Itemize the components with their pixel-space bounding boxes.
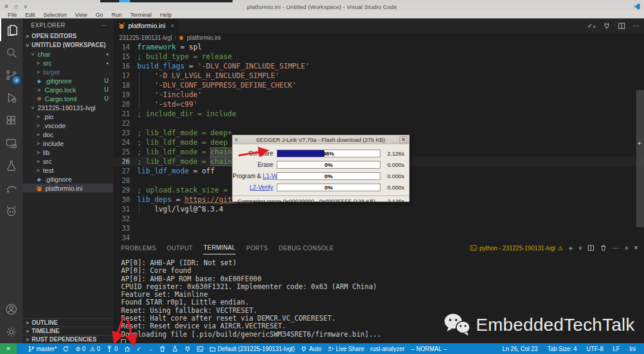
source-control-icon[interactable]: 4 bbox=[0, 64, 23, 86]
dialog-titlebar[interactable]: ∨ SEGGER J-Link V7.70a - Flash download … bbox=[233, 135, 409, 144]
panel-tab-debug-console[interactable]: DEBUG CONSOLE bbox=[278, 241, 333, 254]
serial-port-auto[interactable]: Auto bbox=[298, 343, 324, 354]
tree-item-src[interactable]: >src bbox=[23, 157, 113, 166]
vim-mode-indicator[interactable]: -- NORMAL -- bbox=[408, 343, 450, 354]
menu-help[interactable]: Help bbox=[156, 11, 176, 18]
window-minimize-icon[interactable]: ∨ bbox=[23, 4, 27, 10]
panel-tab-ports[interactable]: PORTS bbox=[246, 241, 268, 254]
tree-item--gitignore[interactable]: ◆.gitignoreU bbox=[23, 76, 113, 85]
kill-terminal-icon[interactable] bbox=[600, 244, 607, 251]
pio-terminal-button[interactable] bbox=[194, 343, 206, 354]
tree-item--vscode[interactable]: >.vscode bbox=[23, 121, 113, 130]
terminal-dropdown-icon[interactable]: ∨ bbox=[578, 245, 583, 251]
tree-item-char[interactable]: >char● bbox=[23, 49, 113, 58]
tree-item-lib[interactable]: >lib bbox=[23, 148, 113, 157]
dialog-close-icon[interactable]: ✕ bbox=[400, 136, 407, 143]
window-maximize-icon[interactable]: ◇ bbox=[14, 4, 18, 10]
section-rust-dependencies[interactable]: >RUST DEPENDENCIES bbox=[23, 335, 113, 343]
open-editors-section[interactable]: > OPEN EDITORS bbox=[23, 32, 113, 41]
menu-items: FileEditSelectionViewGoRunTerminalHelp bbox=[4, 11, 176, 18]
eol-sequence[interactable]: LF bbox=[608, 343, 625, 354]
menu-view[interactable]: View bbox=[71, 11, 91, 18]
pio-monitor-button[interactable] bbox=[181, 343, 194, 354]
git-branch-icon bbox=[28, 346, 35, 352]
menu-go[interactable]: Go bbox=[91, 11, 107, 18]
chevron-right-icon: > bbox=[36, 159, 41, 164]
problems-item[interactable]: ⊘ 0 ⚠ 0 bbox=[72, 343, 103, 354]
explorer-icon[interactable] bbox=[0, 18, 23, 41]
menu-terminal[interactable]: Terminal bbox=[126, 11, 156, 18]
encoding[interactable]: UTF-8 bbox=[581, 343, 608, 354]
pio-env-switcher[interactable]: Default (231225-190131-lvgl) bbox=[206, 343, 298, 354]
language-mode[interactable]: Ini bbox=[624, 343, 640, 354]
tree-item-231225-190131-lvgl[interactable]: >231225-190131-lvgl bbox=[23, 103, 113, 112]
tree-item--pio[interactable]: >.pio bbox=[23, 112, 113, 121]
plug-icon bbox=[184, 346, 191, 352]
git-branch-item[interactable]: master* bbox=[25, 343, 60, 354]
scrollbar-slider[interactable] bbox=[636, 90, 644, 227]
search-icon[interactable] bbox=[0, 41, 23, 64]
tree-item-src[interactable]: >src● bbox=[23, 58, 113, 67]
tree-item-test[interactable]: >test bbox=[23, 166, 113, 175]
testing-icon[interactable] bbox=[0, 154, 23, 177]
window-close-icon[interactable]: ✕ bbox=[4, 4, 9, 10]
maximize-panel-icon[interactable]: ∧ bbox=[624, 245, 628, 251]
panel-tab-problems[interactable]: PROBLEMS bbox=[121, 241, 156, 254]
account-icon[interactable] bbox=[0, 298, 23, 321]
section-outline[interactable]: >OUTLINE bbox=[23, 318, 113, 327]
breadcrumb-file[interactable]: platformio.ini bbox=[187, 35, 221, 41]
cursor-position[interactable]: Ln 26, Col 23 bbox=[497, 343, 543, 354]
menu-edit[interactable]: Edit bbox=[21, 11, 39, 18]
line-number: 24 bbox=[113, 138, 130, 147]
terminal-selector[interactable]: python - 231225-190131-lvgl ⚠ bbox=[470, 244, 563, 251]
remote-explorer-icon[interactable] bbox=[0, 132, 23, 154]
menu-file[interactable]: File bbox=[4, 11, 21, 18]
tree-item--gitignore[interactable]: ◆.gitignore bbox=[23, 175, 113, 184]
tab-platformio-ini[interactable]: platformio.ini × bbox=[113, 18, 179, 33]
close-panel-icon[interactable]: × bbox=[634, 244, 638, 252]
tree-item-cargo-lock[interactable]: ≡Cargo.lockU bbox=[23, 85, 113, 94]
dialog-link[interactable]: L2-Verify bbox=[250, 184, 273, 191]
tree-item-label: include bbox=[43, 140, 64, 147]
platformio-icon[interactable] bbox=[0, 200, 23, 222]
pio-upload-button[interactable]: → bbox=[144, 343, 156, 354]
panel-tab-output[interactable]: OUTPUT bbox=[167, 241, 193, 254]
tree-item-platformio-ini[interactable]: platformio.ini bbox=[23, 184, 113, 192]
remote-indicator[interactable]: ✕ bbox=[0, 343, 17, 354]
menu-run[interactable]: Run bbox=[107, 11, 126, 18]
pio-test-button[interactable] bbox=[169, 343, 181, 354]
tree-item-target[interactable]: >target bbox=[23, 67, 113, 76]
breadcrumb-folder[interactable]: 231225-190131-lvgl bbox=[119, 35, 172, 41]
editor-more-icon[interactable]: ⋯ bbox=[633, 22, 639, 30]
rust-analyzer-status[interactable]: rust-analyzer bbox=[367, 343, 408, 354]
settings-gear-icon[interactable] bbox=[0, 321, 23, 343]
extensions-icon[interactable] bbox=[0, 109, 23, 132]
panel-tab-terminal[interactable]: TERMINAL bbox=[203, 241, 236, 254]
menu-selection[interactable]: Selection bbox=[39, 11, 71, 18]
indentation[interactable]: Tab Size: 4 bbox=[543, 343, 581, 354]
live-share-button[interactable]: Live Share bbox=[324, 343, 367, 354]
pio-home-button[interactable] bbox=[121, 343, 134, 354]
pio-build-button[interactable]: ✓ bbox=[134, 343, 144, 354]
git-sync-item[interactable] bbox=[60, 343, 72, 354]
new-terminal-icon[interactable]: + bbox=[568, 244, 573, 253]
debug-run-icon[interactable] bbox=[603, 22, 611, 30]
explorer-more-icon[interactable]: ⋯ bbox=[101, 22, 107, 29]
split-terminal-icon[interactable] bbox=[587, 244, 595, 251]
tree-item-doc[interactable]: >doc bbox=[23, 130, 113, 139]
run-debug-icon[interactable] bbox=[0, 86, 23, 109]
split-editor-icon[interactable] bbox=[618, 22, 626, 30]
dialog-collapse-icon[interactable]: ∨ bbox=[234, 136, 242, 142]
editor-scrollbar[interactable]: + bbox=[636, 42, 644, 241]
wave-extension-icon[interactable] bbox=[0, 177, 23, 200]
section-timeline[interactable]: >TIMELINE bbox=[23, 327, 113, 335]
pio-clean-button[interactable] bbox=[156, 343, 169, 354]
ports-item[interactable]: 0 bbox=[103, 343, 121, 354]
run-task-icon[interactable]: ✓∨ bbox=[587, 22, 596, 30]
tab-close-icon[interactable]: × bbox=[171, 23, 174, 29]
tree-item-cargo-toml[interactable]: ☸Cargo.tomlU bbox=[23, 94, 113, 103]
workspace-section[interactable]: > UNTITLED (WORKSPACE) bbox=[23, 41, 113, 49]
tree-item-include[interactable]: >include bbox=[23, 139, 113, 148]
breadcrumb[interactable]: 231225-190131-lvgl › platformio.ini bbox=[113, 33, 644, 42]
panel-more-icon[interactable]: ⋯ bbox=[612, 244, 619, 252]
